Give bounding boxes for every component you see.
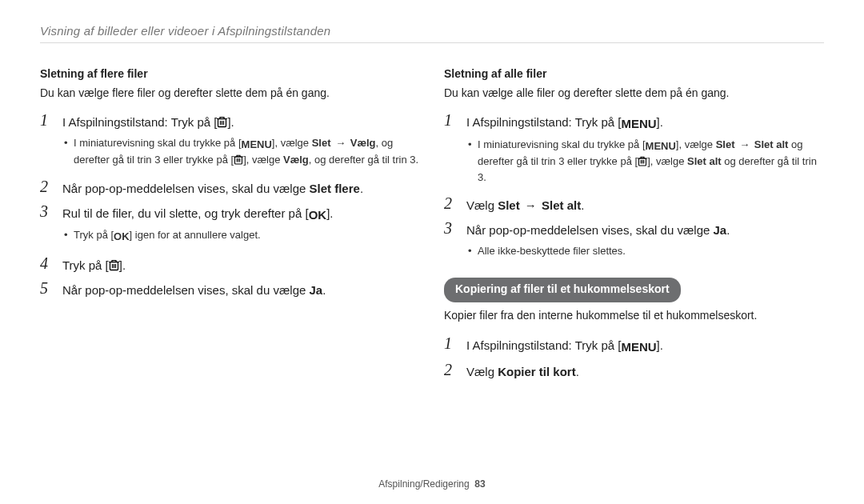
trash-icon (638, 156, 647, 166)
step-sublist: Alle ikke-beskyttede filer slettes. (466, 243, 824, 259)
footer-page-number: 83 (474, 478, 485, 490)
sub-item: Tryk på [OK] igen for at annullere valge… (62, 227, 420, 245)
step-number: 3 (40, 202, 61, 220)
step: 1 I Afspilningstilstand: Tryk på [MENU]. (444, 334, 824, 356)
step-number: 2 (444, 361, 465, 378)
step-number: 2 (40, 178, 61, 195)
step-sublist: Tryk på [OK] igen for at annullere valge… (62, 227, 420, 245)
step: 4 Tryk på []. (40, 254, 420, 274)
menu-icon: MENU (646, 138, 676, 154)
menu-icon: MENU (621, 114, 656, 133)
step: 1 I Afspilningstilstand: Tryk på []. I m… (40, 111, 420, 172)
step: 1 I Afspilningstilstand: Tryk på [MENU].… (444, 111, 824, 190)
right-intro: Du kan vælge alle filer og derefter slet… (444, 85, 824, 102)
step-number: 5 (40, 279, 61, 297)
trash-icon (109, 259, 119, 271)
right-steps-2: 1 I Afspilningstilstand: Tryk på [MENU].… (444, 334, 824, 382)
step-number: 1 (444, 334, 465, 352)
step-body: Når pop-op-meddelelsen vises, skal du væ… (62, 178, 420, 198)
right-subhead: Sletning af alle filer (444, 66, 824, 83)
step-body: Tryk på []. (62, 254, 420, 274)
step-number: 2 (444, 194, 465, 212)
step: 5 Når pop-op-meddelelsen vises, skal du … (40, 279, 420, 299)
footer-section: Afspilning/Redigering (378, 478, 469, 490)
trash-icon (217, 116, 227, 128)
step-body: Når pop-op-meddelelsen vises, skal du væ… (466, 219, 824, 263)
step: 2 Når pop-op-meddelelsen vises, skal du … (40, 178, 420, 198)
manual-page: Visning af billeder eller videoer i Afsp… (0, 0, 864, 504)
page-footer: Afspilning/Redigering 83 (0, 478, 864, 490)
step-body: I Afspilningstilstand: Tryk på [MENU]. I… (466, 111, 824, 190)
ok-icon: OK (114, 229, 130, 245)
step-number: 3 (444, 219, 465, 237)
ok-icon: OK (309, 206, 327, 224)
page-header: Visning af billeder eller videoer i Afsp… (40, 24, 824, 43)
step-number: 1 (40, 111, 61, 129)
left-subhead: Sletning af flere filer (40, 66, 420, 83)
pill-intro: Kopier filer fra den interne hukommelse … (444, 307, 824, 325)
step-number: 1 (444, 111, 465, 129)
step-sublist: I miniaturevisning skal du trykke på [ME… (466, 137, 824, 186)
step-body: Rul til de filer, du vil slette, og tryk… (62, 202, 420, 250)
menu-icon: MENU (621, 338, 656, 356)
sub-item: Alle ikke-beskyttede filer slettes. (466, 243, 824, 259)
step: 2 Vælg Slet → Slet alt. (444, 194, 824, 214)
right-steps: 1 I Afspilningstilstand: Tryk på [MENU].… (444, 111, 824, 263)
step-body: Vælg Slet → Slet alt. (466, 194, 824, 214)
two-column-layout: Sletning af flere filer Du kan vælge fle… (40, 66, 824, 395)
left-steps: 1 I Afspilningstilstand: Tryk på []. I m… (40, 111, 420, 299)
left-intro: Du kan vælge flere filer og derefter sle… (40, 85, 420, 102)
step-number: 4 (40, 254, 61, 272)
left-column: Sletning af flere filer Du kan vælge fle… (40, 66, 420, 395)
step-body: I Afspilningstilstand: Tryk på []. I min… (62, 111, 420, 172)
trash-icon (234, 154, 243, 165)
step-body: Vælg Kopier til kort. (466, 361, 824, 381)
step-body: I Afspilningstilstand: Tryk på [MENU]. (466, 334, 824, 356)
step: 2 Vælg Kopier til kort. (444, 361, 824, 381)
step-sublist: I miniaturevisning skal du trykke på [ME… (62, 135, 420, 168)
step: 3 Rul til de filer, du vil slette, og tr… (40, 202, 420, 250)
menu-icon: MENU (242, 137, 272, 153)
section-pill: Kopiering af filer til et hukommelseskor… (444, 278, 681, 302)
step: 3 Når pop-op-meddelelsen vises, skal du … (444, 219, 824, 263)
right-column: Sletning af alle filer Du kan vælge alle… (444, 66, 824, 395)
sub-item: I miniaturevisning skal du trykke på [ME… (466, 137, 824, 186)
sub-item: I miniaturevisning skal du trykke på [ME… (62, 135, 420, 168)
step-body: Når pop-op-meddelelsen vises, skal du væ… (62, 279, 420, 299)
